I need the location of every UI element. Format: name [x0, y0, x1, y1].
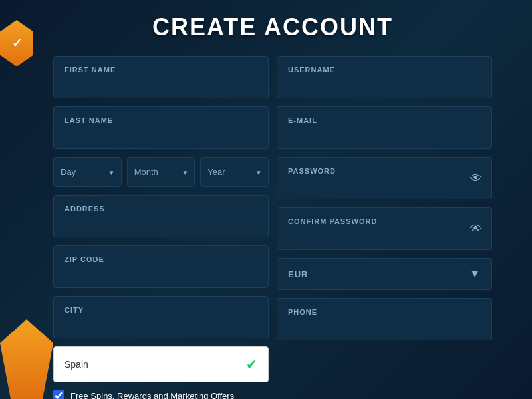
username-label: USERNAME — [288, 66, 481, 74]
last-name-input[interactable] — [65, 128, 257, 138]
marketing-checkbox[interactable] — [53, 390, 64, 399]
confirm-password-field: CONFIRM PASSWORD 👁 — [277, 207, 492, 250]
left-column: FIRST NAME LAST NAME Day1234567891011121… — [53, 56, 269, 382]
first-name-input[interactable] — [65, 77, 257, 88]
confirm-password-label: CONFIRM PASSWORD — [288, 217, 481, 225]
year-select-wrapper: Year202420232022202120202019201820172016… — [200, 157, 269, 187]
zip-input[interactable] — [65, 267, 257, 277]
phone-field: PHONE — [277, 298, 492, 340]
password-eye-icon[interactable]: 👁 — [470, 172, 482, 186]
last-name-label: LAST NAME — [65, 116, 257, 124]
currency-label: EUR — [288, 269, 308, 279]
marketing-checkbox-row: Free Spins, Rewards and Marketing Offers — [53, 390, 492, 399]
right-column: USERNAME E-MAIL PASSWORD 👁 CONFIRM PASSW… — [277, 56, 492, 382]
country-input[interactable] — [65, 359, 246, 370]
month-select[interactable]: MonthJanuaryFebruaryMarchAprilMayJuneJul… — [127, 157, 196, 187]
city-label: CITY — [65, 306, 257, 314]
month-select-wrapper: MonthJanuaryFebruaryMarchAprilMayJuneJul… — [127, 157, 196, 187]
confirm-password-input[interactable] — [288, 229, 481, 239]
email-label: E-MAIL — [288, 116, 481, 124]
marketing-label: Free Spins, Rewards and Marketing Offers — [70, 391, 234, 400]
city-input[interactable] — [65, 317, 257, 328]
first-name-field: FIRST NAME — [53, 56, 269, 98]
year-select[interactable]: Year202420232022202120202019201820172016… — [200, 157, 269, 187]
dob-row: Day1234567891011121314151617181920212223… — [53, 157, 269, 187]
email-input[interactable] — [288, 128, 481, 138]
country-check-icon: ✔ — [246, 356, 257, 372]
page-title: CREATE ACCOUNT — [53, 13, 492, 41]
phone-input[interactable] — [288, 319, 481, 330]
day-select-wrapper: Day1234567891011121314151617181920212223… — [53, 157, 122, 187]
phone-label: PHONE — [288, 308, 481, 316]
currency-field[interactable]: EUR ▼ — [277, 258, 492, 290]
address-label: ADDRESS — [65, 205, 257, 213]
day-select[interactable]: Day1234567891011121314151617181920212223… — [53, 157, 122, 187]
address-field: ADDRESS — [53, 195, 269, 237]
city-field: CITY — [53, 296, 269, 338]
zip-field: ZIP CODE — [53, 245, 269, 288]
address-input[interactable] — [65, 216, 257, 227]
username-input[interactable] — [288, 77, 481, 88]
password-label: PASSWORD — [288, 167, 481, 175]
confirm-password-eye-icon[interactable]: 👁 — [470, 222, 482, 236]
email-field: E-MAIL — [277, 106, 492, 149]
first-name-label: FIRST NAME — [65, 66, 257, 74]
password-input[interactable] — [288, 178, 481, 189]
password-field: PASSWORD 👁 — [277, 157, 492, 200]
country-field: ✔ — [53, 346, 269, 382]
last-name-field: LAST NAME — [53, 106, 269, 149]
checkboxes-section: Free Spins, Rewards and Marketing Offers… — [53, 390, 492, 399]
currency-chevron-icon: ▼ — [469, 268, 481, 280]
zip-label: ZIP CODE — [65, 255, 257, 263]
username-field: USERNAME — [277, 56, 492, 98]
